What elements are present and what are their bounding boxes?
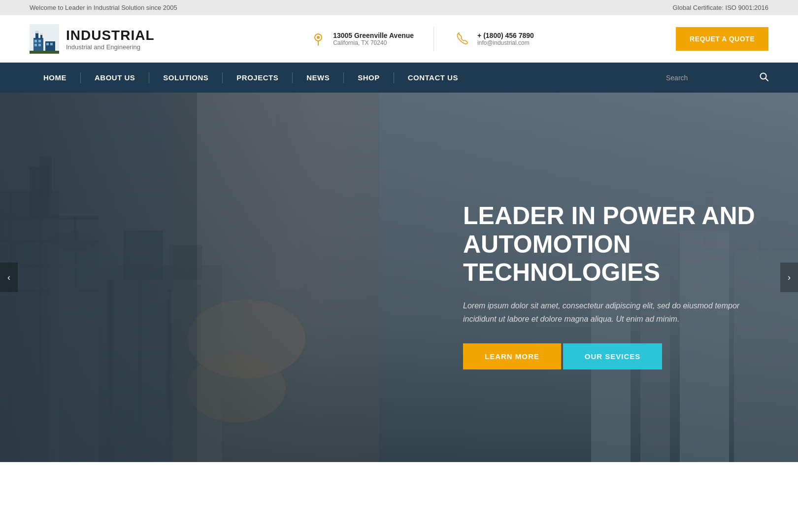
- nav-item-contact[interactable]: CONTACT US: [394, 63, 472, 93]
- address-line2: California, TX 70240: [333, 39, 414, 46]
- header-divider: [433, 27, 434, 51]
- hero-description: Lorem ipsum dolor sit amet, consectetur …: [463, 299, 759, 326]
- slider-next-button[interactable]: ›: [780, 263, 798, 292]
- address-info: 13005 Greenville Avenue California, TX 7…: [333, 32, 414, 46]
- svg-rect-4: [40, 35, 42, 39]
- quote-button[interactable]: REQUET A QUOTE: [676, 27, 768, 51]
- search-button[interactable]: [760, 72, 768, 83]
- svg-rect-10: [38, 44, 41, 46]
- hero-content: LEADER IN POWER AND AUTOMOTION TECHNOLOG…: [463, 202, 759, 369]
- top-bar: Welcome to Leader in Industrial Solution…: [0, 0, 798, 15]
- svg-line-17: [765, 78, 768, 81]
- location-icon: [309, 30, 327, 48]
- svg-point-15: [317, 36, 320, 39]
- phone-icon: [454, 30, 471, 48]
- nav-links: HOME ABOUT US SOLUTIONS PROJECTS NEWS SH…: [30, 63, 666, 93]
- phone-info: + (1800) 456 7890 info@industrial.com: [477, 32, 534, 46]
- logo-subtitle: Industrial and Engineering: [66, 43, 155, 51]
- nav-item-news[interactable]: NEWS: [293, 63, 343, 93]
- our-services-button[interactable]: OUR SEVICES: [563, 343, 663, 369]
- header: INDUSTRIAL Industrial and Engineering 13…: [0, 15, 798, 63]
- navbar: HOME ABOUT US SOLUTIONS PROJECTS NEWS SH…: [0, 63, 798, 93]
- logo-title: INDUSTRIAL: [66, 28, 155, 43]
- nav-item-shop[interactable]: SHOP: [344, 63, 394, 93]
- address-line1: 13005 Greenville Avenue: [333, 32, 414, 39]
- logo-text-block: INDUSTRIAL Industrial and Engineering: [66, 28, 155, 51]
- nav-item-home[interactable]: HOME: [30, 63, 80, 93]
- nav-search-area: [666, 72, 768, 83]
- phone-line1: + (1800) 456 7890: [477, 32, 534, 39]
- svg-rect-7: [34, 40, 37, 42]
- svg-point-6: [40, 33, 43, 35]
- svg-rect-9: [34, 44, 37, 46]
- address-contact-item: 13005 Greenville Avenue California, TX 7…: [309, 30, 414, 48]
- logo-icon: [30, 24, 59, 54]
- nav-item-about[interactable]: ABOUT US: [81, 63, 149, 93]
- top-bar-right: Global Certificate: ISO 9001:2016: [673, 4, 768, 11]
- phone-line2: info@industrial.com: [477, 39, 534, 46]
- nav-item-solutions[interactable]: SOLUTIONS: [149, 63, 222, 93]
- hero-section: LEADER IN POWER AND AUTOMOTION TECHNOLOG…: [0, 93, 798, 462]
- hero-title: LEADER IN POWER AND AUTOMOTION TECHNOLOG…: [463, 202, 759, 287]
- slider-prev-button[interactable]: ‹: [0, 263, 18, 292]
- phone-contact-item: + (1800) 456 7890 info@industrial.com: [454, 30, 534, 48]
- svg-rect-12: [50, 43, 53, 45]
- svg-rect-13: [30, 51, 59, 54]
- svg-rect-11: [46, 43, 49, 45]
- nav-item-projects[interactable]: PROJECTS: [223, 63, 292, 93]
- search-input[interactable]: [666, 74, 755, 82]
- svg-rect-8: [38, 40, 41, 42]
- svg-point-5: [35, 31, 39, 33]
- svg-rect-3: [35, 33, 38, 39]
- top-bar-left: Welcome to Leader in Industrial Solution…: [30, 4, 177, 11]
- hero-buttons: LEARN MORE OUR SEVICES: [463, 343, 759, 369]
- header-contact: 13005 Greenville Avenue California, TX 7…: [187, 27, 656, 51]
- learn-more-button[interactable]: LEARN MORE: [463, 343, 561, 369]
- logo-area: INDUSTRIAL Industrial and Engineering: [30, 24, 167, 54]
